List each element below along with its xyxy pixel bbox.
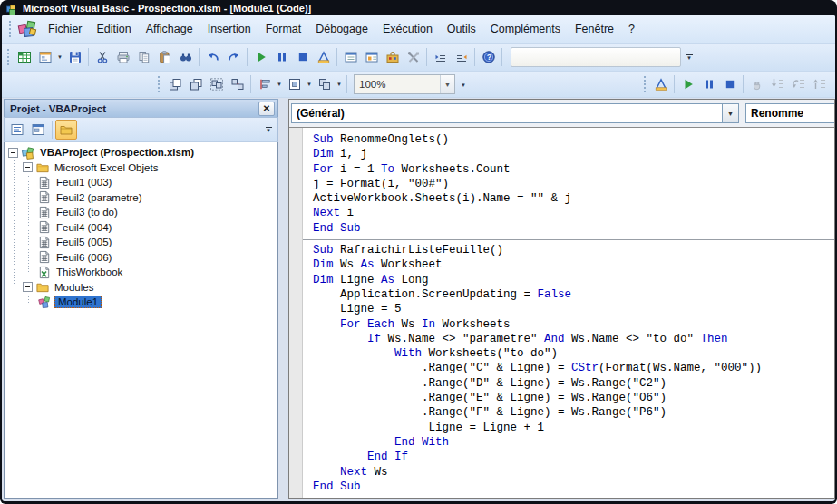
step-into-button[interactable] <box>767 74 788 95</box>
menu-complments[interactable]: Compléments <box>483 20 568 38</box>
view-object-button[interactable] <box>28 121 48 139</box>
tree-item-feuil6-006[interactable]: Feuil6 (006) <box>5 250 277 266</box>
collapse-expander-icon[interactable] <box>23 162 33 172</box>
margin-indicator-bar[interactable] <box>289 128 303 498</box>
menu-grip[interactable] <box>8 21 13 37</box>
cut-icon <box>95 50 110 64</box>
menu-fichier[interactable]: Fichier <box>41 20 90 38</box>
svg-text:?: ? <box>486 53 491 62</box>
copy-button[interactable] <box>133 47 154 68</box>
tree-item-feuil2-parametre[interactable]: Feuil2 (parametre) <box>5 190 277 206</box>
debug-toolbar-grip[interactable] <box>643 76 647 92</box>
project-icon <box>21 146 35 160</box>
tree-item-vbaproject-prospection-xlsm[interactable]: VBAProject (Prospection.xlsm) <box>5 145 277 160</box>
code-line: .Range("E" & Ligne) = Ws.Range("O6") <box>313 391 834 405</box>
menu-outils[interactable]: Outils <box>440 20 483 38</box>
find-button[interactable] <box>175 47 196 68</box>
zoom-combobox[interactable]: 100%▼ <box>354 74 455 94</box>
toggle-folders-button[interactable] <box>55 120 77 140</box>
reset-button[interactable] <box>719 74 740 95</box>
code-editor[interactable]: Sub RenommeOnglets()Dim i, jFor i = 1 To… <box>303 128 834 498</box>
redo-button[interactable] <box>223 47 244 68</box>
standard-toolbar-grip[interactable] <box>6 49 11 65</box>
help-button[interactable]: ? <box>478 47 499 68</box>
ungroup-button[interactable] <box>227 74 248 95</box>
project-explorer-button[interactable] <box>340 47 361 68</box>
reset-button[interactable] <box>292 47 313 68</box>
paste-button[interactable] <box>154 47 175 68</box>
sheet-icon <box>37 206 52 219</box>
cut-button[interactable] <box>92 47 112 68</box>
save-icon <box>68 50 83 64</box>
userform-toolbar-grip[interactable] <box>157 76 161 92</box>
group-button[interactable] <box>206 74 227 95</box>
menu-insertion[interactable]: Insertion <box>200 20 258 38</box>
code-line: Next i <box>313 206 834 220</box>
collapse-expander-icon[interactable] <box>23 282 33 292</box>
bring-to-front-button[interactable] <box>164 74 185 95</box>
indent-button[interactable] <box>430 47 451 68</box>
toolbar-options-chevron-icon[interactable]: ▼ <box>683 47 696 67</box>
breakpoint-button[interactable] <box>746 74 767 95</box>
tree-item-module1[interactable]: Module1 <box>5 295 277 310</box>
menu-dbogage[interactable]: Débogage <box>308 20 375 38</box>
insert-userform-dropdown-caret-icon[interactable]: ▼ <box>55 47 64 68</box>
tree-item-modules[interactable]: Modules <box>5 280 277 296</box>
object-dropdown[interactable]: (Général) ▼ <box>291 103 739 123</box>
tree-item-feuil1-003[interactable]: Feuil1 (003) <box>5 175 277 190</box>
design-mode-button[interactable] <box>313 47 334 68</box>
procedure-dropdown[interactable]: Renomme <box>745 103 834 123</box>
send-to-back-button[interactable] <box>185 74 206 95</box>
design-mode-button[interactable] <box>650 74 671 95</box>
view-excel-button[interactable] <box>14 47 34 68</box>
center-button[interactable] <box>284 74 305 95</box>
view-code-button[interactable] <box>7 121 27 139</box>
same-size-dropdown-caret-icon[interactable]: ▼ <box>335 74 344 95</box>
menu-fentre[interactable]: Fenêtre <box>568 20 621 38</box>
same-size-button[interactable] <box>314 74 335 95</box>
tree-item-microsoft-excel-objets[interactable]: Microsoft Excel Objets <box>5 160 277 176</box>
tree-item-feuil5-005[interactable]: Feuil5 (005) <box>5 235 277 250</box>
toolbar-options-chevron-icon[interactable]: ▼ <box>457 74 470 94</box>
sheet-icon <box>37 190 52 204</box>
break-button[interactable] <box>271 47 292 68</box>
code-line: Sub RenommeOnglets() <box>313 132 834 147</box>
object-browser-button[interactable] <box>403 47 423 68</box>
menu-bar: FichierEditionAffichageInsertionFormatDé… <box>2 15 835 44</box>
break-button[interactable] <box>698 74 719 95</box>
title-bar[interactable]: Microsoft Visual Basic - Prospection.xls… <box>0 0 837 15</box>
print-button[interactable] <box>112 47 133 68</box>
tree-item-label: Feuil1 (003) <box>54 177 113 188</box>
align-dropdown-caret-icon[interactable]: ▼ <box>275 74 284 95</box>
outdent-button[interactable] <box>451 47 472 68</box>
chevron-down-icon[interactable]: ▼ <box>440 75 454 93</box>
insert-userform-button[interactable] <box>34 47 55 68</box>
bring-to-front-icon <box>168 77 182 92</box>
center-dropdown-caret-icon[interactable]: ▼ <box>305 74 314 95</box>
step-over-button[interactable] <box>788 74 809 95</box>
run-button[interactable] <box>677 74 698 95</box>
chevron-down-icon[interactable]: ▼ <box>722 104 738 122</box>
tree-item-feuil3-to-do[interactable]: Feuil3 (to do) <box>5 205 277 220</box>
undo-button[interactable] <box>202 47 223 68</box>
project-panel-header[interactable]: Projet - VBAProject ✕ <box>4 99 278 117</box>
tree-item-thisworkbook[interactable]: ThisWorkbook <box>5 265 277 280</box>
close-icon[interactable]: ✕ <box>258 102 275 116</box>
collapse-expander-icon[interactable] <box>8 148 18 158</box>
menu-?[interactable]: ? <box>621 20 642 38</box>
save-button[interactable] <box>64 47 85 68</box>
menu-format[interactable]: Format <box>258 20 309 38</box>
toolbar-options-chevron-icon[interactable]: ▼ <box>262 120 275 140</box>
properties-window-button[interactable] <box>361 47 382 68</box>
menu-edition[interactable]: Edition <box>90 20 139 38</box>
indent-icon <box>433 50 448 64</box>
toolbar-search-box[interactable] <box>511 47 681 67</box>
tree-item-feuil4-004[interactable]: Feuil4 (004) <box>5 220 277 236</box>
project-explorer-panel: Projet - VBAProject ✕ ▼ VBAProject (Pros… <box>4 99 278 499</box>
step-out-button[interactable] <box>809 74 830 95</box>
run-button[interactable] <box>250 47 271 68</box>
menu-excution[interactable]: Exécution <box>375 20 440 38</box>
menu-affichage[interactable]: Affichage <box>139 20 200 38</box>
toolbox-button[interactable] <box>382 47 403 68</box>
align-button[interactable] <box>254 74 275 95</box>
